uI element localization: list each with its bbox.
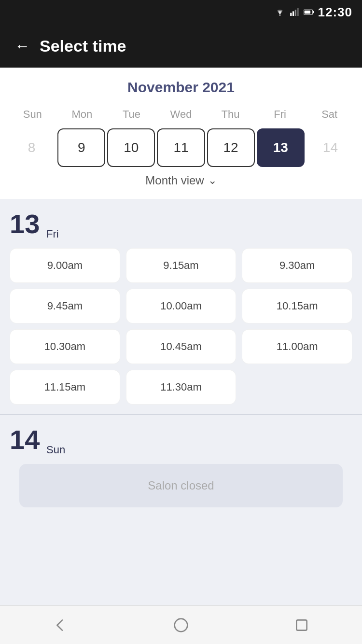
- date-cell-14[interactable]: 14: [306, 128, 354, 167]
- weekday-tue: Tue: [107, 105, 156, 124]
- time-slot-1130[interactable]: 11.30am: [126, 370, 237, 405]
- svg-rect-2: [292, 11, 294, 16]
- weekday-thu: Thu: [206, 105, 255, 124]
- page-title: Select time: [40, 37, 126, 56]
- status-bar: 12:30: [0, 0, 362, 24]
- date-cell-9[interactable]: 9: [57, 128, 105, 167]
- time-slot-930[interactable]: 9.30am: [242, 248, 352, 283]
- battery-icon: [304, 8, 314, 16]
- salon-closed-label: Salon closed: [19, 464, 343, 507]
- date-cell-13[interactable]: 13: [257, 128, 305, 167]
- day-number-13: 13: [10, 210, 48, 238]
- svg-rect-7: [304, 11, 310, 14]
- timeslots-section: 13 Fri 9.00am 9.15am 9.30am 9.45am 10.00…: [0, 199, 362, 605]
- nav-bar: [0, 605, 362, 644]
- time-slot-945[interactable]: 9.45am: [10, 289, 120, 323]
- app-header: ← Select time: [0, 24, 362, 68]
- date-cell-8[interactable]: 8: [8, 128, 56, 167]
- day-name-13: Fri: [46, 228, 59, 240]
- square-icon: [294, 617, 309, 633]
- time-slot-1045[interactable]: 10.45am: [126, 329, 237, 364]
- svg-point-0: [279, 14, 280, 16]
- date-cell-12[interactable]: 12: [207, 128, 255, 167]
- time-slot-1015[interactable]: 10.15am: [242, 289, 352, 323]
- svg-rect-1: [290, 13, 292, 16]
- svg-point-8: [175, 618, 188, 631]
- date-cell-10[interactable]: 10: [107, 128, 155, 167]
- chevron-down-icon: ⌄: [208, 174, 217, 187]
- time-slot-1100[interactable]: 11.00am: [242, 329, 352, 364]
- back-nav-button[interactable]: [50, 615, 71, 636]
- svg-rect-4: [297, 8, 298, 16]
- time-slot-1030[interactable]: 10.30am: [10, 329, 120, 364]
- recents-nav-button[interactable]: [291, 615, 312, 636]
- wifi-icon: [275, 8, 285, 16]
- signal-icon: [289, 8, 300, 16]
- month-year-label: November 2021: [8, 79, 354, 96]
- time-slot-915[interactable]: 9.15am: [126, 248, 237, 283]
- back-button[interactable]: ←: [14, 37, 30, 55]
- svg-rect-6: [313, 11, 314, 14]
- month-view-label: Month view: [145, 174, 204, 187]
- day-name-14: Sun: [46, 444, 65, 456]
- svg-rect-9: [296, 620, 306, 630]
- weekday-wed: Wed: [156, 105, 206, 124]
- weekday-mon: Mon: [57, 105, 107, 124]
- home-circle-icon: [173, 617, 189, 633]
- weekdays-row: Sun Mon Tue Wed Thu Fri Sat: [8, 105, 354, 124]
- day-block-13: 13 Fri 9.00am 9.15am 9.30am 9.45am 10.00…: [0, 199, 362, 414]
- dates-row: 8 9 10 11 12 13 14: [8, 128, 354, 167]
- date-cell-11[interactable]: 11: [157, 128, 205, 167]
- day-header-13: 13 Fri: [10, 210, 352, 240]
- weekday-sat: Sat: [305, 105, 354, 124]
- time-slot-900[interactable]: 9.00am: [10, 248, 120, 283]
- home-nav-button[interactable]: [170, 615, 192, 636]
- weekday-fri: Fri: [255, 105, 305, 124]
- time-grid-13: 9.00am 9.15am 9.30am 9.45am 10.00am 10.1…: [10, 248, 352, 405]
- weekday-sun: Sun: [8, 105, 57, 124]
- day-header-14: 14 Sun: [10, 426, 352, 456]
- calendar-section: November 2021 Sun Mon Tue Wed Thu Fri Sa…: [0, 68, 362, 199]
- month-view-toggle[interactable]: Month view ⌄: [8, 167, 354, 191]
- triangle-left-icon: [53, 617, 68, 633]
- time-slot-1000[interactable]: 10.00am: [126, 289, 237, 323]
- time-slot-1115[interactable]: 11.15am: [10, 370, 120, 405]
- status-icons: 12:30: [275, 5, 353, 20]
- day-number-14: 14: [10, 426, 48, 453]
- status-time: 12:30: [318, 5, 353, 20]
- day-block-14: 14 Sun Salon closed: [0, 415, 362, 517]
- svg-rect-3: [294, 10, 296, 16]
